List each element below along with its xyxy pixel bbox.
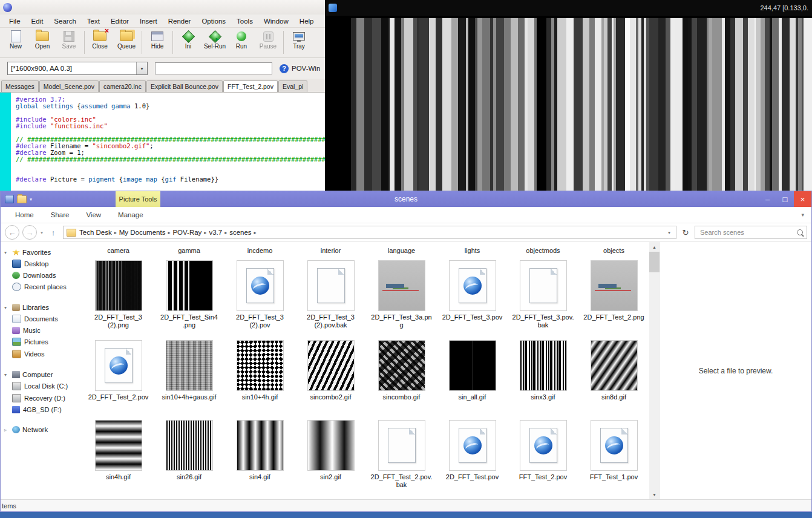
breadcrumb-item-v3-7[interactable]: v3.7 (209, 229, 222, 236)
sidebar-item-local-disk-c[interactable]: Local Disk (C:) (4, 380, 77, 392)
file-item[interactable]: FFT_Test_1.pov (578, 420, 649, 499)
taskbar[interactable] (0, 512, 812, 518)
forward-button[interactable]: → (22, 225, 37, 240)
address-dropdown-icon[interactable]: ▾ (666, 230, 673, 235)
editor-tab-explicit-ball-bounce-pov[interactable]: Explicit Ball Bounce.pov (146, 80, 223, 92)
file-item[interactable]: sinx3.gif (508, 340, 578, 420)
sidebar-item-recent-places[interactable]: Recent places (4, 281, 77, 293)
file-item[interactable]: 2D_FFT_Test_2.pov.bak (366, 420, 437, 499)
sidebar-item-documents[interactable]: Documents (4, 313, 77, 325)
file-item[interactable]: sincombo.gif (366, 340, 437, 420)
file-item[interactable]: sin2.gif (295, 420, 366, 499)
scrollbar-thumb[interactable] (649, 252, 660, 272)
explorer-titlebar[interactable]: ▾ scenes Picture Tools – □ × (1, 191, 811, 207)
menu-help[interactable]: Help (294, 16, 319, 26)
toolbar-tray-button[interactable]: Tray (286, 29, 312, 50)
toolbar-run-button[interactable]: Run (228, 29, 255, 50)
folder-item-language[interactable]: language (366, 244, 437, 257)
toolbar-new-button[interactable]: New (2, 29, 29, 50)
editor-tab-model-scene-pov[interactable]: Model_Scene.pov (39, 80, 99, 92)
file-item[interactable]: 2D_FFT_Test_Sin4 .png (154, 260, 224, 340)
file-item[interactable]: sin10+4h.gif (224, 340, 295, 420)
file-item[interactable]: sin_all.gif (437, 340, 508, 420)
code-area[interactable]: #version 3.7;global_settings {assumed_ga… (0, 93, 330, 206)
menu-search[interactable]: Search (48, 16, 81, 26)
vertical-scrollbar[interactable]: ▲ ▼ (649, 242, 660, 499)
toolbar-close-button[interactable]: Close (87, 29, 113, 50)
menu-editor[interactable]: Editor (105, 16, 134, 26)
file-item[interactable]: FFT_Test_2.pov (508, 420, 578, 499)
render-titlebar[interactable]: 244,47 [0.133,0. (325, 0, 812, 16)
file-item[interactable]: sin8d.gif (578, 340, 649, 420)
collapse-triangle-icon[interactable]: ▾ (4, 305, 10, 310)
scroll-down-icon[interactable]: ▼ (649, 490, 660, 499)
collapse-triangle-icon[interactable]: ▾ (4, 372, 10, 378)
toolbar-pause-button[interactable]: Pause (255, 29, 281, 50)
sidebar-group-favorites[interactable]: ▾Favorites (4, 247, 77, 258)
folder-icon[interactable] (17, 195, 27, 203)
tab-manage[interactable]: Manage (110, 208, 152, 221)
breadcrumb-item-my-documents[interactable]: My Documents (119, 229, 166, 236)
address-bar[interactable]: Tech Desk▸My Documents▸POV-Ray▸v3.7▸scen… (63, 226, 676, 239)
menu-insert[interactable]: Insert (134, 16, 163, 26)
menu-text[interactable]: Text (82, 16, 105, 26)
back-button[interactable]: ← (5, 225, 19, 240)
toolbar-queue-button[interactable]: Queue (113, 29, 140, 50)
toolbar-hide-button[interactable]: Hide (144, 29, 171, 50)
picture-tools-tab-group[interactable]: Picture Tools (116, 191, 160, 207)
file-item[interactable]: 2D_FFT_Test_2.pov (83, 340, 154, 420)
menu-window[interactable]: Window (258, 16, 294, 26)
editor-tab-messages[interactable]: Messages (1, 80, 39, 92)
scroll-up-icon[interactable]: ▲ (649, 242, 660, 252)
file-item[interactable]: sin4h.gif (83, 420, 154, 499)
folder-item-lights[interactable]: lights (437, 244, 508, 257)
sidebar-group-computer[interactable]: ▾Computer (4, 369, 77, 380)
maximize-button[interactable]: □ (776, 191, 794, 207)
file-item[interactable]: 2D_FFT_Test_3 (2).pov.bak (295, 260, 366, 340)
sidebar-item-recovery-d[interactable]: Recovery (D:) (4, 392, 77, 404)
sidebar-item-music[interactable]: Music (4, 325, 77, 336)
file-item[interactable]: sin10+4h+gaus.gif (154, 340, 224, 420)
sidebar-group-libraries[interactable]: ▾Libraries (4, 302, 77, 313)
chevron-down-icon[interactable]: ▾ (136, 62, 147, 74)
folder-item-incdemo[interactable]: incdemo (224, 244, 295, 257)
chevron-down-icon[interactable]: ▾ (30, 197, 32, 202)
sidebar-item-4gb-sd-f[interactable]: 4GB_SD (F:) (4, 404, 77, 415)
collapse-triangle-icon[interactable]: ▾ (4, 250, 10, 255)
tab-share[interactable]: Share (42, 208, 78, 221)
refresh-icon[interactable]: ↻ (679, 228, 692, 237)
breadcrumb-item-scenes[interactable]: scenes (229, 229, 251, 236)
folder-item-objectmods[interactable]: objectmods (508, 244, 578, 257)
up-button[interactable]: ↑ (47, 226, 60, 239)
breadcrumb-item-pov-ray[interactable]: POV-Ray (172, 229, 201, 236)
sidebar-group-network[interactable]: ▹Network (4, 424, 77, 435)
minimize-button[interactable]: – (759, 191, 776, 207)
file-item[interactable]: 2D_FFT_Test_3 (2).pov (224, 260, 295, 340)
menu-tools[interactable]: Tools (231, 16, 258, 26)
povwin-help[interactable]: ? POV-Win (280, 64, 320, 73)
history-dropdown-icon[interactable]: ▾ (40, 230, 44, 235)
file-item[interactable]: sincombo2.gif (295, 340, 366, 420)
file-item[interactable]: 2D_FFT_Test_3.pov.bak (508, 260, 578, 340)
tab-view[interactable]: View (77, 208, 110, 221)
expand-triangle-icon[interactable]: ▹ (4, 427, 10, 433)
file-item[interactable]: 2D_FFT_Test_3a.png (366, 260, 437, 340)
search-box[interactable] (695, 226, 807, 239)
ribbon-collapse-icon[interactable]: ▾ (801, 212, 804, 218)
toolbar-ini-button[interactable]: Ini (175, 29, 201, 50)
menu-render[interactable]: Render (163, 16, 197, 26)
menu-edit[interactable]: Edit (26, 16, 49, 26)
toolbar-open-button[interactable]: Open (29, 29, 56, 50)
menu-file[interactable]: File (4, 16, 26, 26)
folder-item-objects[interactable]: objects (578, 244, 649, 257)
render-preset-dropdown[interactable]: [*1600x900, AA 0.3] ▾ (7, 62, 148, 75)
file-item[interactable]: 2D_FFT_Test.pov (437, 420, 508, 499)
close-button[interactable]: × (794, 191, 811, 207)
editor-tab-camera20-inc[interactable]: camera20.inc (99, 80, 146, 92)
sidebar-item-desktop[interactable]: Desktop (4, 258, 77, 270)
povray-titlebar[interactable] (0, 0, 330, 15)
file-item[interactable]: 2D_FFT_Test_3.pov (437, 260, 508, 340)
file-item[interactable]: sin4.gif (224, 420, 295, 499)
command-line-input[interactable] (155, 62, 272, 74)
folder-item-camera[interactable]: camera (83, 244, 154, 257)
